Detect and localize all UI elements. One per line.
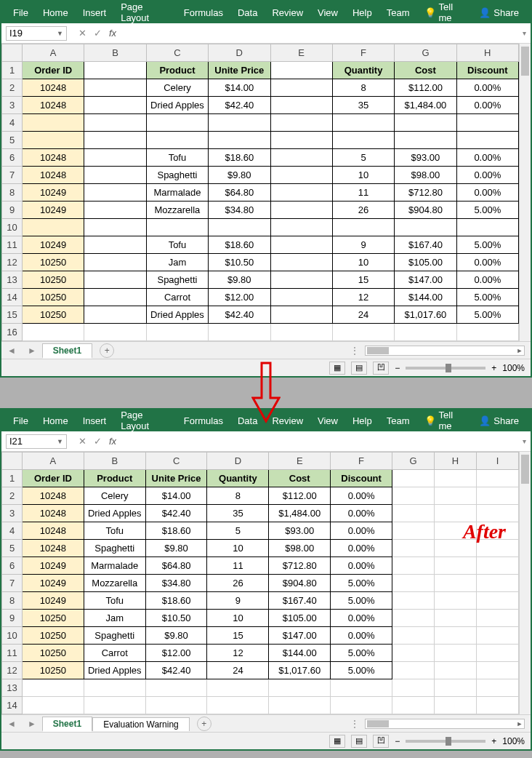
cell[interactable] — [207, 697, 269, 714]
cell[interactable]: 5.00% — [456, 306, 518, 324]
grid[interactable]: ABCDEFGHI1Order IDProductUnite PriceQuan… — [1, 452, 531, 714]
row-header[interactable]: 2 — [2, 487, 23, 505]
cell[interactable] — [270, 236, 332, 254]
cell[interactable]: 10248 — [23, 97, 84, 114]
sheet-nav-prev-icon[interactable]: ◄ — [1, 719, 22, 729]
row-header[interactable]: 16 — [2, 324, 23, 341]
cell[interactable] — [395, 219, 456, 236]
cell[interactable]: 10250 — [23, 306, 84, 324]
cell[interactable]: $904.80 — [269, 575, 331, 592]
row-header[interactable]: 2 — [2, 79, 23, 97]
cell[interactable]: $42.40 — [145, 662, 207, 679]
col-header[interactable]: E — [269, 452, 331, 470]
cell[interactable]: $167.40 — [269, 592, 331, 610]
header-cell[interactable]: Cost — [395, 62, 456, 79]
cell[interactable] — [84, 219, 146, 236]
cell[interactable]: 24 — [207, 662, 269, 679]
cell[interactable] — [395, 324, 456, 341]
cell[interactable] — [270, 306, 332, 324]
cell[interactable] — [23, 219, 84, 236]
cell[interactable]: 8 — [332, 79, 394, 97]
enter-icon[interactable]: ✓ — [94, 436, 102, 447]
formula-input[interactable] — [116, 26, 518, 41]
cell[interactable]: $42.40 — [209, 306, 270, 324]
cell[interactable]: 10250 — [23, 627, 84, 645]
scroll-right-icon[interactable]: ► — [515, 719, 525, 728]
col-header[interactable]: A — [23, 452, 84, 470]
cell[interactable] — [456, 324, 518, 341]
sheet-tab-sheet1[interactable]: Sheet1 — [42, 343, 92, 359]
cell[interactable]: 11 — [207, 557, 269, 575]
row-header[interactable]: 4 — [2, 114, 23, 132]
cell[interactable]: 0.00% — [331, 627, 392, 645]
cell[interactable] — [435, 662, 477, 679]
header-cell[interactable]: Order ID — [23, 62, 84, 79]
cell[interactable] — [84, 202, 146, 219]
row-header[interactable]: 5 — [2, 132, 23, 149]
ribbon-tab-formulas[interactable]: Formulas — [177, 410, 230, 431]
col-header[interactable]: D — [209, 44, 270, 62]
cell[interactable]: 0.00% — [456, 79, 518, 97]
cell[interactable] — [23, 324, 84, 341]
cell[interactable]: Mozzarella — [84, 575, 145, 592]
cell[interactable] — [270, 149, 332, 167]
cell[interactable] — [392, 470, 435, 487]
cell[interactable]: Spaghetti — [146, 271, 208, 289]
cell[interactable] — [84, 132, 146, 149]
cell[interactable]: $12.00 — [209, 289, 270, 306]
cell[interactable]: $14.00 — [209, 79, 270, 97]
cell[interactable]: 10249 — [23, 184, 84, 202]
cell[interactable] — [84, 167, 146, 184]
cell[interactable]: $712.80 — [395, 184, 456, 202]
cell[interactable]: $9.80 — [145, 627, 207, 645]
cell[interactable]: 10249 — [23, 202, 84, 219]
cell[interactable] — [392, 540, 435, 557]
cell[interactable]: 10250 — [23, 271, 84, 289]
cell[interactable]: Tofu — [146, 236, 208, 254]
cell[interactable]: 0.00% — [456, 97, 518, 114]
cell[interactable]: Tofu — [84, 522, 145, 540]
cancel-icon[interactable]: ✕ — [78, 28, 86, 39]
header-cell[interactable]: Discount — [331, 470, 392, 487]
cell[interactable] — [456, 132, 518, 149]
cell[interactable]: 5.00% — [331, 592, 392, 610]
ribbon-tab-team[interactable]: Team — [379, 410, 417, 431]
ribbon-tab-team[interactable]: Team — [379, 1, 417, 23]
enter-icon[interactable]: ✓ — [94, 28, 102, 39]
sheet-nav-next-icon[interactable]: ► — [22, 719, 42, 729]
page-layout-view-icon[interactable]: ▤ — [351, 735, 367, 748]
cell[interactable] — [84, 271, 146, 289]
cell[interactable]: 5.00% — [331, 575, 392, 592]
cell[interactable]: Dried Apples — [146, 306, 208, 324]
cell[interactable] — [269, 679, 331, 697]
cell[interactable] — [270, 254, 332, 271]
cell[interactable]: 10250 — [23, 662, 84, 679]
cell[interactable] — [84, 236, 146, 254]
cell[interactable]: 10250 — [23, 289, 84, 306]
cell[interactable] — [392, 662, 435, 679]
cell[interactable] — [269, 697, 331, 714]
col-header[interactable]: D — [207, 452, 269, 470]
cell[interactable]: 10 — [332, 254, 394, 271]
col-header[interactable]: B — [84, 452, 145, 470]
row-header[interactable]: 13 — [2, 271, 23, 289]
cell[interactable] — [23, 697, 84, 714]
cell[interactable] — [435, 697, 477, 714]
cell[interactable]: 10248 — [23, 505, 84, 522]
row-header[interactable]: 11 — [2, 236, 23, 254]
new-sheet-button[interactable]: + — [197, 717, 211, 731]
cell[interactable]: 26 — [207, 575, 269, 592]
cell[interactable]: $18.60 — [145, 522, 207, 540]
zoom-slider[interactable] — [406, 740, 485, 743]
cell[interactable]: 10 — [332, 167, 394, 184]
zoom-slider[interactable] — [406, 367, 485, 370]
cell[interactable] — [145, 697, 207, 714]
cell[interactable]: $93.00 — [395, 149, 456, 167]
cell[interactable]: $105.00 — [269, 610, 331, 627]
share-button[interactable]: 👤Share — [472, 1, 526, 23]
cell[interactable] — [332, 219, 394, 236]
cancel-icon[interactable]: ✕ — [78, 436, 86, 447]
cell[interactable]: Carrot — [84, 645, 145, 662]
col-header[interactable]: G — [392, 452, 435, 470]
cell[interactable] — [477, 557, 519, 575]
